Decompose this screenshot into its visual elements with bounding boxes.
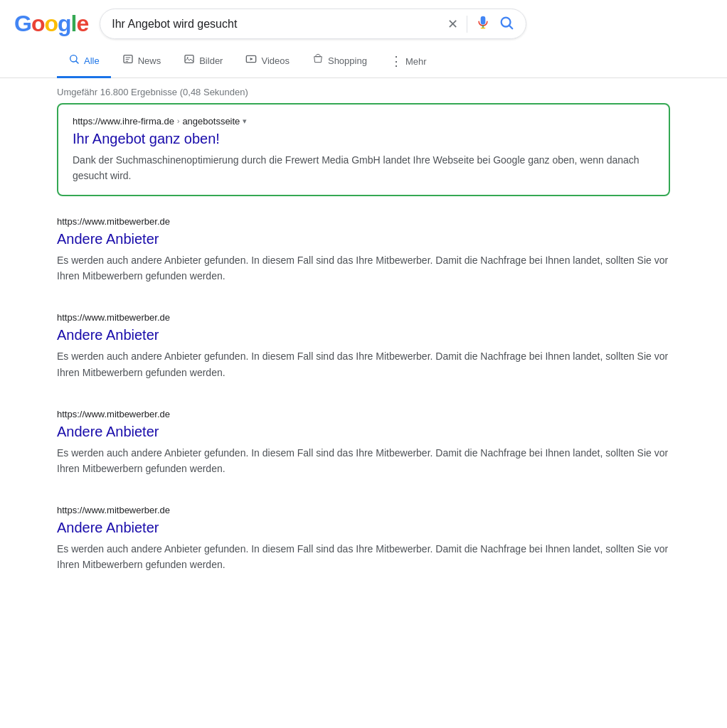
tab-alle-label: Alle [84,55,100,66]
vertical-divider [467,16,467,33]
result-item: https://www.mitbewerber.de Andere Anbiet… [57,202,670,298]
result-snippet: Es werden auch andere Anbieter gefunden.… [57,348,670,380]
url-dropdown-icon[interactable]: ▾ [243,117,247,126]
result-title[interactable]: Andere Anbieter [57,422,670,441]
result-url: https://www.mitbewerber.de [57,312,670,323]
result-item: https://www.mitbewerber.de Andere Anbiet… [57,298,670,394]
result-title[interactable]: Andere Anbieter [57,518,670,537]
search-input[interactable] [112,18,442,31]
news-tab-icon [122,53,134,68]
google-logo: Google [14,11,88,37]
tab-bilder-label: Bilder [199,55,223,66]
featured-result: https://www.ihre-firma.de › angebotsseit… [57,103,670,196]
competitor-results: https://www.mitbewerber.de Andere Anbiet… [57,202,670,587]
clear-icon[interactable]: ✕ [447,16,458,32]
result-title[interactable]: Andere Anbieter [57,230,670,248]
results-info: Umgefähr 16.800 Ergebnisse (0,48 Sekunde… [0,81,727,103]
featured-result-title[interactable]: Ihr Angebot ganz oben! [73,129,654,148]
svg-rect-10 [185,55,193,63]
result-url: https://www.mitbewerber.de [57,409,670,419]
header: Google ✕ [0,0,727,45]
results-container: https://www.ihre-firma.de › angebotsseit… [0,103,727,587]
result-url: https://www.mitbewerber.de [57,505,670,515]
result-snippet: Es werden auch andere Anbieter gefunden.… [57,252,670,284]
more-dots-icon: ⋮ [390,53,403,69]
tab-more-label: Mehr [405,56,427,67]
shopping-tab-icon [312,53,324,68]
featured-result-snippet: Dank der Suchmaschinenoptimierung durch … [73,152,654,183]
featured-result-url: https://www.ihre-firma.de › angebotsseit… [73,116,654,127]
tab-news-label: News [138,55,161,66]
alle-tab-icon [68,53,80,68]
mic-icon[interactable] [476,16,490,32]
tab-videos[interactable]: Videos [234,45,301,78]
svg-marker-13 [250,58,253,60]
svg-line-5 [76,61,78,63]
tab-news[interactable]: News [111,45,173,78]
svg-line-3 [509,26,512,28]
videos-tab-icon [245,53,257,68]
search-submit-icon[interactable] [499,15,514,33]
tab-bilder[interactable]: Bilder [172,45,234,78]
result-title[interactable]: Andere Anbieter [57,326,670,344]
result-snippet: Es werden auch andere Anbieter gefunden.… [57,541,670,572]
tab-alle[interactable]: Alle [57,45,111,78]
tab-more[interactable]: ⋮ Mehr [378,45,438,77]
search-tabs: Alle News Bilder [0,45,727,78]
tab-shopping[interactable]: Shopping [301,45,378,78]
search-bar: ✕ [100,9,526,39]
tab-videos-label: Videos [261,55,290,66]
result-item: https://www.mitbewerber.de Andere Anbiet… [57,395,670,491]
result-snippet: Es werden auch andere Anbieter gefunden.… [57,445,670,476]
result-url: https://www.mitbewerber.de [57,216,670,227]
result-item: https://www.mitbewerber.de Andere Anbiet… [57,491,670,587]
search-action-icons: ✕ [447,15,514,33]
bilder-tab-icon [184,53,195,68]
tab-shopping-label: Shopping [328,55,367,66]
